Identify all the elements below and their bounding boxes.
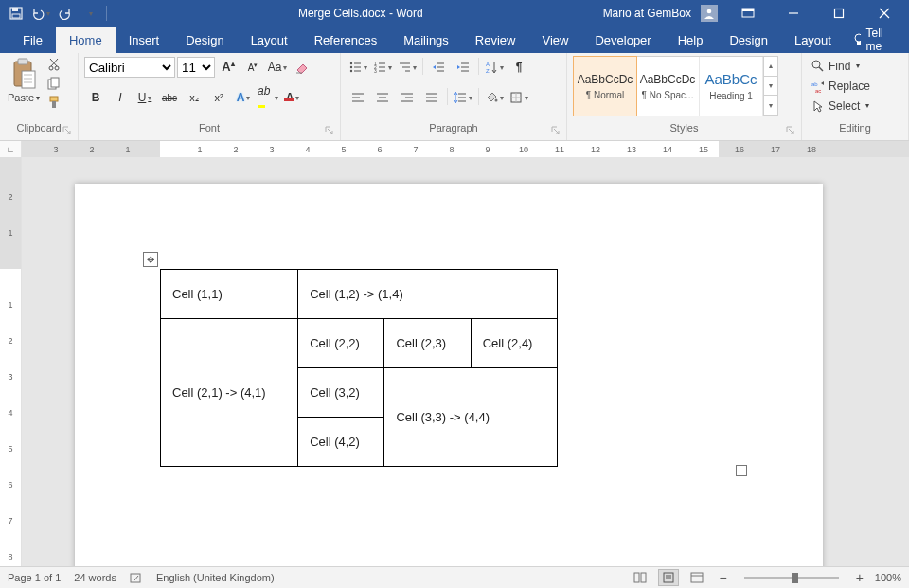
paragraph-group-label: Paragraph bbox=[347, 120, 561, 140]
tell-me-button[interactable]: Tell me bbox=[845, 27, 896, 53]
group-styles: AaBbCcDc ¶ Normal AaBbCcDc ¶ No Spac... … bbox=[567, 53, 802, 140]
tab-file[interactable]: File bbox=[9, 27, 56, 53]
tab-view[interactable]: View bbox=[528, 27, 581, 53]
bold-button[interactable]: B bbox=[84, 86, 107, 109]
tab-mailings[interactable]: Mailings bbox=[390, 27, 462, 53]
align-left-button[interactable] bbox=[347, 86, 369, 109]
format-painter-button[interactable] bbox=[45, 94, 62, 111]
numbering-button[interactable]: 123 bbox=[371, 56, 394, 79]
align-center-button[interactable] bbox=[371, 86, 394, 109]
tab-help[interactable]: Help bbox=[665, 27, 717, 53]
indent-icon bbox=[456, 61, 470, 74]
close-button[interactable] bbox=[864, 0, 905, 27]
vertical-ruler[interactable]: 2112345678910 bbox=[0, 157, 22, 159]
ruler-tick: 4 bbox=[304, 141, 312, 158]
ruler-tick: 2 bbox=[88, 141, 96, 158]
superscript-button[interactable]: x² bbox=[207, 86, 230, 109]
ruler-tick: 8 bbox=[448, 141, 455, 158]
tab-home[interactable]: Home bbox=[56, 27, 116, 53]
replace-button[interactable]: abac Replace bbox=[808, 76, 874, 96]
qat-customize-button[interactable] bbox=[78, 0, 102, 27]
font-size-selector[interactable]: 11 bbox=[177, 57, 215, 78]
tab-table-layout[interactable]: Layout bbox=[781, 27, 845, 53]
paragraph-dialog-launcher[interactable] bbox=[551, 126, 562, 137]
svg-line-73 bbox=[819, 67, 823, 71]
svg-rect-2 bbox=[12, 14, 20, 18]
sort-button[interactable]: AZ bbox=[483, 56, 506, 79]
cut-button[interactable] bbox=[45, 56, 62, 73]
justify-icon bbox=[425, 91, 438, 104]
line-spacing-button[interactable] bbox=[452, 86, 474, 109]
highlight-button[interactable]: ab bbox=[257, 86, 279, 109]
tab-layout[interactable]: Layout bbox=[238, 27, 301, 53]
shading-button[interactable] bbox=[483, 86, 506, 109]
maximize-button[interactable] bbox=[818, 0, 860, 27]
clipboard-icon bbox=[10, 58, 37, 90]
document-scroll[interactable]: ✥ Cell (1,1) Cell (1,2) -> (1,4) Cell (2… bbox=[22, 157, 909, 159]
justify-button[interactable] bbox=[420, 86, 443, 109]
tab-developer[interactable]: Developer bbox=[581, 27, 664, 53]
save-button[interactable] bbox=[4, 0, 28, 27]
titlebar: Merge Cells.docx - Word Mario at GemBox bbox=[0, 0, 909, 27]
align-right-button[interactable] bbox=[396, 86, 419, 109]
ribbon-display-options-button[interactable] bbox=[727, 0, 769, 27]
shrink-font-button[interactable]: A▾ bbox=[241, 56, 264, 79]
font-color-icon: A bbox=[286, 91, 294, 104]
paste-button[interactable]: Paste▾ bbox=[6, 56, 42, 118]
svg-point-30 bbox=[350, 66, 352, 68]
tab-insert[interactable]: Insert bbox=[116, 27, 173, 53]
gallery-expand[interactable]: ▾ bbox=[764, 96, 777, 116]
change-case-button[interactable]: Aa bbox=[266, 56, 289, 79]
styles-dialog-launcher[interactable] bbox=[786, 126, 797, 137]
show-marks-button[interactable]: ¶ bbox=[508, 56, 530, 79]
tab-selector[interactable]: ∟ bbox=[0, 141, 22, 158]
underline-button[interactable]: U bbox=[134, 86, 156, 109]
tab-table-design[interactable]: Design bbox=[716, 27, 780, 53]
gallery-row-up[interactable]: ▴ bbox=[764, 57, 777, 77]
ruler-tick: 1 bbox=[124, 141, 132, 158]
replace-label: Replace bbox=[829, 80, 870, 93]
svg-text:ac: ac bbox=[815, 88, 821, 93]
select-label: Select bbox=[829, 99, 860, 113]
tab-references[interactable]: References bbox=[301, 27, 390, 53]
redo-button[interactable] bbox=[53, 0, 78, 27]
svg-point-28 bbox=[350, 62, 352, 64]
clipboard-dialog-launcher[interactable] bbox=[62, 126, 74, 137]
subscript-button[interactable]: x₂ bbox=[183, 86, 205, 109]
svg-text:ab: ab bbox=[811, 81, 818, 87]
copy-button[interactable] bbox=[45, 75, 62, 92]
grow-font-button[interactable]: A▴ bbox=[217, 56, 240, 79]
share-button[interactable]: Share bbox=[901, 33, 909, 46]
text-effects-button[interactable]: A bbox=[232, 86, 255, 109]
styles-gallery[interactable]: AaBbCcDc ¶ Normal AaBbCcDc ¶ No Spac... … bbox=[573, 56, 778, 116]
ruler-tick: 2 bbox=[232, 141, 240, 158]
undo-button[interactable] bbox=[28, 0, 53, 27]
multilevel-list-button[interactable] bbox=[396, 56, 419, 79]
style-normal[interactable]: AaBbCcDc ¶ Normal bbox=[573, 56, 637, 116]
horizontal-ruler[interactable]: 321123456789101112131415161718 bbox=[22, 141, 909, 158]
increase-indent-button[interactable] bbox=[452, 56, 474, 79]
borders-button[interactable] bbox=[508, 86, 530, 109]
clear-formatting-button[interactable] bbox=[291, 56, 313, 79]
style-no-spacing[interactable]: AaBbCcDc ¶ No Spac... bbox=[636, 57, 700, 116]
font-name-selector[interactable]: Calibri bbox=[84, 57, 175, 78]
scissors-icon bbox=[47, 58, 61, 71]
select-button[interactable]: Select▾ bbox=[808, 96, 873, 116]
gallery-row-down[interactable]: ▾ bbox=[764, 77, 777, 97]
minimize-button[interactable] bbox=[773, 0, 814, 27]
tab-review[interactable]: Review bbox=[462, 27, 529, 53]
find-button[interactable]: Find▾ bbox=[808, 56, 864, 76]
style-heading1[interactable]: AaBbCc Heading 1 bbox=[700, 57, 763, 116]
italic-button[interactable]: I bbox=[109, 86, 132, 109]
bucket-icon bbox=[485, 91, 498, 104]
strikethrough-button[interactable]: abc bbox=[158, 86, 181, 109]
tab-design[interactable]: Design bbox=[172, 27, 237, 53]
styles-group-label: Styles bbox=[573, 120, 795, 140]
font-color-button[interactable]: A bbox=[281, 86, 304, 109]
font-dialog-launcher[interactable] bbox=[325, 126, 336, 137]
styles-gallery-scroller[interactable]: ▴ ▾ ▾ bbox=[763, 57, 777, 116]
user-name: Mario at GemBox bbox=[603, 7, 691, 20]
bullets-button[interactable] bbox=[347, 56, 369, 79]
decrease-indent-button[interactable] bbox=[427, 56, 450, 79]
user-avatar-icon[interactable] bbox=[701, 5, 718, 22]
